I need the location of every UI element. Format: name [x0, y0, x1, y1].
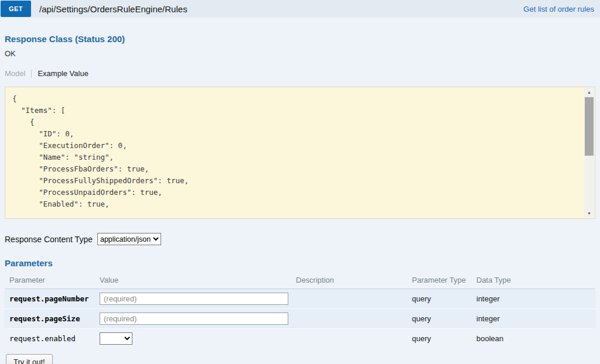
param-name: request.enabled	[9, 334, 100, 343]
scroll-down-arrow-icon[interactable]: ▼	[584, 209, 594, 218]
example-json-block: { "Items": [ { "ID": 0, "ExecutionOrder"…	[5, 87, 595, 219]
parameters-heading: Parameters	[5, 258, 595, 268]
scroll-up-arrow-icon[interactable]: ▲	[584, 88, 594, 97]
code-line: "ExecutionOrder": 0,	[12, 140, 578, 152]
code-line: "ID": 0,	[12, 128, 578, 140]
response-class-heading: Response Class (Status 200)	[5, 18, 595, 44]
table-row-enabled: request.enabled query boolean	[5, 329, 595, 349]
column-header-parameter-type: Parameter Type	[412, 276, 476, 284]
param-type: query	[412, 334, 476, 343]
enabled-select[interactable]	[100, 332, 132, 345]
parameters-table: Parameter Value Description Parameter Ty…	[5, 272, 595, 349]
pageSize-input[interactable]	[100, 313, 288, 325]
operation-summary-link[interactable]: Get list of order rules	[523, 5, 594, 13]
operation-header: GET /api/Settings/OrdersRuleEngine/Rules…	[0, 0, 600, 18]
table-row-pageNumber: request.pageNumber query integer	[5, 289, 595, 309]
parameters-table-header: Parameter Value Description Parameter Ty…	[5, 272, 595, 289]
code-scrollbar[interactable]: ▲ ▼	[584, 88, 594, 218]
tab-example-value[interactable]: Example Value	[38, 69, 88, 78]
column-header-description: Description	[296, 276, 412, 284]
tab-divider	[31, 70, 32, 78]
param-data-type: integer	[476, 294, 595, 303]
code-line: {	[12, 93, 578, 105]
pageNumber-input[interactable]	[100, 293, 288, 305]
param-type: query	[412, 314, 476, 323]
scrollbar-thumb[interactable]	[585, 97, 594, 156]
get-method-badge[interactable]: GET	[1, 1, 31, 17]
table-row-pageSize: request.pageSize query integer	[5, 309, 595, 329]
try-it-out-button[interactable]: Try it out!	[6, 354, 53, 364]
response-content-type-select[interactable]: application/json	[97, 233, 161, 245]
param-value-cell	[100, 293, 296, 305]
param-data-type: integer	[476, 314, 595, 323]
code-line: {	[12, 116, 578, 128]
response-content-type-label: Response Content Type	[5, 235, 93, 244]
tab-model[interactable]: Model	[5, 69, 25, 78]
column-header-parameter: Parameter	[9, 276, 100, 284]
param-name: request.pageSize	[9, 314, 100, 323]
param-value-cell	[100, 332, 296, 345]
param-value-cell	[100, 313, 296, 325]
response-tabs: Model Example Value	[5, 69, 595, 78]
response-content-type-row: Response Content Type application/json	[5, 233, 595, 245]
swagger-operation-panel: GET /api/Settings/OrdersRuleEngine/Rules…	[0, 0, 600, 364]
code-line: "Items": [	[12, 105, 578, 116]
column-header-data-type: Data Type	[476, 276, 595, 284]
code-line: "Enabled": true,	[12, 198, 578, 210]
operation-body: Response Class (Status 200) OK Model Exa…	[0, 18, 600, 364]
param-name: request.pageNumber	[9, 294, 100, 303]
code-line: "ProcessFbaOrders": true,	[12, 163, 578, 175]
response-status-text: OK	[5, 49, 595, 58]
code-line: "ProcessUnpaidOrders": true,	[12, 187, 578, 198]
param-data-type: boolean	[476, 334, 595, 343]
code-line: "Name": "string",	[12, 152, 578, 163]
code-line: "ProcessFullyShippedOrders": true,	[12, 175, 578, 187]
endpoint-path[interactable]: /api/Settings/OrdersRuleEngine/Rules	[39, 4, 523, 14]
param-type: query	[412, 294, 476, 303]
column-header-value: Value	[100, 276, 296, 284]
